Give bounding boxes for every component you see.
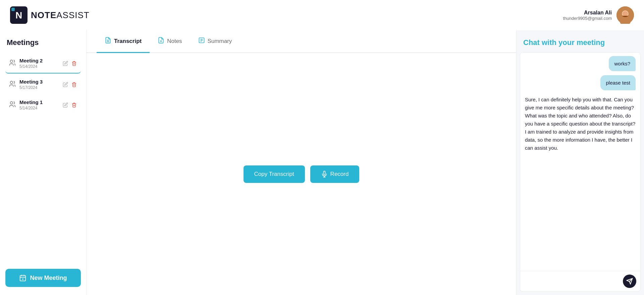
sidebar-title: Meetings bbox=[5, 38, 81, 47]
meeting-actions bbox=[62, 60, 77, 67]
chat-panel: Chat with your meeting works? please tes… bbox=[517, 30, 644, 295]
meeting-date: 5/14/2024 bbox=[19, 64, 59, 69]
new-meeting-label: New Meeting bbox=[30, 275, 67, 282]
new-meeting-button[interactable]: New Meeting bbox=[5, 269, 81, 287]
chat-message-user: works? bbox=[609, 56, 636, 71]
tab-summary[interactable]: Summary bbox=[190, 30, 240, 53]
user-email: thunder9905@gmail.com bbox=[563, 16, 612, 21]
chat-input-area bbox=[520, 271, 641, 292]
user-name: Arsalan Ali bbox=[563, 10, 612, 16]
meeting-info: Meeting 3 5/17/2024 bbox=[19, 79, 59, 90]
meeting-info: Meeting 1 5/14/2024 bbox=[19, 99, 59, 110]
main-layout: Meetings Meeting 2 5/14/2024 bbox=[0, 30, 644, 295]
app-header: N NOTEASSIST Arsalan Ali thunder9905@gma… bbox=[0, 0, 644, 30]
meeting-name: Meeting 3 bbox=[19, 79, 59, 85]
delete-icon bbox=[71, 102, 77, 108]
message-text: Sure, I can definitely help you with tha… bbox=[525, 97, 635, 151]
delete-meeting-button[interactable] bbox=[71, 60, 77, 67]
edit-icon bbox=[63, 82, 68, 87]
chat-messages: works? please test Sure, I can definitel… bbox=[520, 52, 641, 271]
send-button[interactable] bbox=[623, 275, 636, 288]
delete-icon bbox=[71, 82, 77, 87]
user-area: Arsalan Ali thunder9905@gmail.com bbox=[563, 6, 634, 24]
content-area: Transcript Notes bbox=[87, 30, 517, 295]
meeting-person-icon bbox=[9, 101, 16, 109]
tab-transcript-label: Transcript bbox=[114, 38, 142, 45]
copy-transcript-button[interactable]: Copy Transcript bbox=[244, 165, 305, 183]
edit-meeting-button[interactable] bbox=[62, 60, 69, 67]
chat-input[interactable] bbox=[524, 279, 620, 284]
meeting-name: Meeting 2 bbox=[19, 58, 59, 63]
tab-notes-label: Notes bbox=[167, 38, 182, 45]
chat-title: Chat with your meeting bbox=[517, 30, 644, 52]
transcript-area: Copy Transcript Record bbox=[87, 53, 516, 295]
meeting-item[interactable]: Meeting 2 5/14/2024 bbox=[5, 54, 81, 73]
meeting-item[interactable]: Meeting 1 5/14/2024 bbox=[5, 95, 81, 114]
transcript-buttons: Copy Transcript Record bbox=[244, 165, 360, 183]
calendar-icon bbox=[19, 274, 26, 282]
logo: N NOTEASSIST bbox=[10, 6, 90, 24]
tab-bar: Transcript Notes bbox=[87, 30, 516, 53]
svg-rect-2 bbox=[11, 8, 15, 11]
record-label: Record bbox=[330, 171, 349, 178]
svg-point-7 bbox=[10, 60, 13, 62]
transcript-icon bbox=[105, 37, 111, 45]
edit-meeting-button[interactable] bbox=[62, 81, 69, 88]
meeting-date: 5/17/2024 bbox=[19, 85, 59, 90]
delete-icon bbox=[71, 61, 77, 66]
meeting-name: Meeting 1 bbox=[19, 99, 59, 105]
message-text: works? bbox=[614, 61, 630, 66]
send-icon bbox=[626, 278, 633, 285]
tab-notes[interactable]: Notes bbox=[150, 30, 190, 53]
svg-rect-10 bbox=[20, 276, 26, 281]
chat-message-user: please test bbox=[600, 75, 636, 90]
svg-text:N: N bbox=[15, 10, 22, 20]
svg-point-8 bbox=[10, 81, 13, 83]
meeting-actions bbox=[62, 102, 77, 108]
svg-point-6 bbox=[623, 11, 628, 16]
tab-summary-label: Summary bbox=[208, 38, 232, 45]
meeting-list: Meeting 2 5/14/2024 bbox=[5, 54, 81, 262]
meeting-actions bbox=[62, 81, 77, 88]
delete-meeting-button[interactable] bbox=[71, 81, 77, 88]
sidebar: Meetings Meeting 2 5/14/2024 bbox=[0, 30, 87, 295]
tab-transcript[interactable]: Transcript bbox=[97, 30, 150, 53]
logo-icon: N bbox=[10, 6, 28, 24]
user-info: Arsalan Ali thunder9905@gmail.com bbox=[563, 10, 612, 21]
meeting-person-icon bbox=[9, 80, 16, 89]
summary-icon bbox=[198, 37, 205, 45]
edit-icon bbox=[63, 61, 68, 66]
svg-point-9 bbox=[10, 101, 13, 104]
logo-text: NOTEASSIST bbox=[31, 10, 90, 20]
edit-icon bbox=[63, 102, 68, 108]
message-text: please test bbox=[606, 80, 630, 86]
edit-meeting-button[interactable] bbox=[62, 102, 69, 108]
meeting-item[interactable]: Meeting 3 5/17/2024 bbox=[5, 75, 81, 94]
record-button[interactable]: Record bbox=[310, 165, 360, 183]
meeting-person-icon bbox=[9, 59, 16, 68]
notes-icon bbox=[158, 37, 164, 45]
meeting-info: Meeting 2 5/14/2024 bbox=[19, 58, 59, 69]
chat-message-ai: Sure, I can definitely help you with tha… bbox=[525, 94, 636, 153]
delete-meeting-button[interactable] bbox=[71, 102, 77, 108]
avatar bbox=[616, 6, 634, 24]
meeting-date: 5/14/2024 bbox=[19, 106, 59, 110]
microphone-icon bbox=[321, 171, 328, 178]
